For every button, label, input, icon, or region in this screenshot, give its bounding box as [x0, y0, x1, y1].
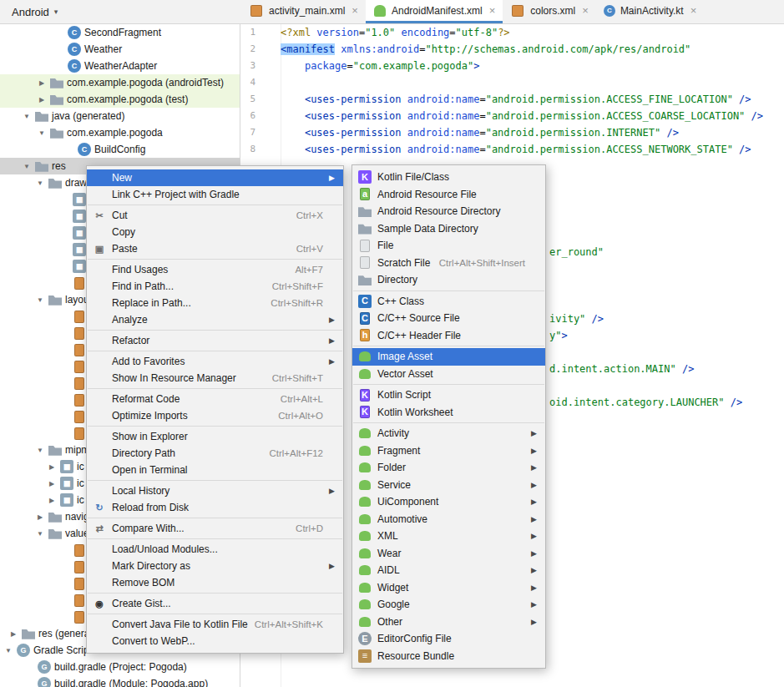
submenu-item[interactable]: Wear ▶: [352, 545, 545, 563]
expand-arrow-icon[interactable]: ▼: [3, 647, 13, 654]
menu-item[interactable]: Directory Path Ctrl+Alt+F12: [87, 445, 343, 462]
expand-arrow-icon[interactable]: ▼: [22, 163, 32, 170]
submenu-item[interactable]: Google ▶: [352, 596, 545, 614]
menu-item[interactable]: Refactor ▶: [87, 332, 343, 349]
close-icon[interactable]: ×: [582, 4, 589, 17]
submenu-item-image-asset[interactable]: Image Asset: [352, 348, 545, 366]
submenu-item[interactable]: C C++ Class: [352, 293, 545, 311]
expand-arrow-icon[interactable]: ▶: [47, 463, 57, 471]
tree-item[interactable]: ▼ java (generated): [0, 108, 240, 124]
tree-item[interactable]: C BuildConfig: [0, 141, 240, 158]
submenu-item[interactable]: Activity ▶: [352, 425, 545, 442]
menu-item-cut[interactable]: ✂ Cut Ctrl+X: [87, 207, 343, 224]
menu-item[interactable]: ⇄ Compare With... Ctrl+D: [87, 520, 343, 537]
menu-item[interactable]: Load/Unload Modules...: [87, 541, 343, 558]
menu-item[interactable]: Convert to WebP...: [87, 633, 343, 649]
submenu-item[interactable]: XML ▶: [352, 528, 545, 545]
tree-item-icon: [74, 578, 84, 590]
tree-item-icon: [74, 327, 84, 340]
submenu-item[interactable]: ≡ Resource Bundle: [352, 648, 545, 665]
menu-item-paste[interactable]: ▣ Paste Ctrl+V: [87, 240, 343, 257]
menu-item[interactable]: Analyze ▶: [87, 311, 343, 328]
tab-colors-xml[interactable]: colors.xml ×: [503, 0, 596, 23]
menu-item-label: Load/Unload Modules...: [112, 543, 218, 555]
tree-item[interactable]: ▶ com.example.pogoda (test): [0, 91, 240, 108]
expand-arrow-icon[interactable]: ▼: [37, 129, 47, 137]
menu-item[interactable]: Convert Java File to Kotlin File Ctrl+Al…: [87, 616, 343, 633]
code-fragment: y">: [549, 327, 568, 344]
submenu-item-label: Directory: [377, 274, 417, 285]
submenu-item[interactable]: Sample Data Directory: [352, 220, 545, 238]
tree-item[interactable]: C SecondFragment: [0, 24, 240, 41]
tree-item[interactable]: C Weather: [0, 41, 240, 58]
submenu-item[interactable]: C C/C++ Source File: [352, 310, 545, 327]
submenu-item[interactable]: Automotive ▶: [352, 511, 545, 528]
expand-arrow-icon[interactable]: ▶: [37, 79, 47, 87]
submenu-item[interactable]: Scratch File Ctrl+Alt+Shift+Insert: [352, 255, 545, 272]
tree-item[interactable]: ▶ com.example.pogoda (androidTest): [0, 74, 240, 91]
tree-item-icon: [48, 176, 62, 189]
menu-item-new[interactable]: New ▶: [87, 169, 343, 186]
submenu-item[interactable]: K Kotlin File/Class: [352, 169, 545, 186]
submenu-item[interactable]: Vector Asset: [352, 366, 545, 383]
menu-item[interactable]: Find Usages Alt+F7: [87, 261, 343, 278]
submenu-item[interactable]: a Android Resource File: [352, 186, 545, 204]
menu-item[interactable]: Show in Explorer: [87, 428, 343, 445]
tree-item-icon: [74, 277, 84, 290]
menu-item[interactable]: Remove BOM: [87, 574, 343, 591]
close-icon[interactable]: ×: [690, 4, 697, 17]
menu-item[interactable]: Add to Favorites ▶: [87, 353, 343, 370]
submenu-item[interactable]: Widget ▶: [352, 579, 545, 597]
submenu-item[interactable]: File: [352, 237, 545, 255]
menu-item[interactable]: Replace in Path... Ctrl+Shift+R: [87, 295, 343, 311]
submenu-item[interactable]: Service ▶: [352, 477, 545, 494]
tree-item[interactable]: G build.gradle (Module: Pogoda.app): [0, 675, 240, 687]
close-icon[interactable]: ×: [489, 4, 496, 17]
expand-arrow-icon[interactable]: ▶: [8, 630, 18, 638]
shortcut-label: Ctrl+X: [296, 210, 323, 220]
tree-item-icon: [74, 411, 84, 423]
expand-arrow-icon[interactable]: ▼: [35, 530, 45, 538]
menu-item[interactable]: Open in Terminal: [87, 462, 343, 478]
close-icon[interactable]: ×: [352, 4, 358, 17]
menu-item[interactable]: ↻ Reload from Disk: [87, 499, 343, 516]
menu-item[interactable]: Show In Resource Manager Ctrl+Shift+T: [87, 370, 343, 386]
submenu-item[interactable]: K Kotlin Worksheet: [352, 404, 545, 422]
expand-arrow-icon[interactable]: ▶: [35, 513, 45, 521]
expand-arrow-icon[interactable]: ▶: [37, 96, 47, 104]
tree-item[interactable]: ▼ com.example.pogoda: [0, 124, 240, 141]
tree-item[interactable]: G build.gradle (Project: Pogoda): [0, 659, 240, 675]
submenu-item[interactable]: Android Resource Directory: [352, 203, 545, 220]
submenu-item[interactable]: UiComponent ▶: [352, 493, 545, 511]
menu-item[interactable]: Find in Path... Ctrl+Shift+F: [87, 278, 343, 295]
expand-arrow-icon[interactable]: ▼: [35, 296, 45, 304]
tab-activity-main-xml[interactable]: activity_main.xml ×: [241, 0, 366, 23]
submenu-item[interactable]: Fragment ▶: [352, 442, 545, 460]
menu-item[interactable]: Local History ▶: [87, 482, 343, 499]
submenu-item[interactable]: Directory: [352, 271, 545, 289]
submenu-item[interactable]: Other ▶: [352, 614, 545, 631]
menu-item[interactable]: Optimize Imports Ctrl+Alt+O: [87, 407, 343, 424]
menu-item[interactable]: Mark Directory as ▶: [87, 558, 343, 574]
file-type-icon: [250, 5, 262, 17]
expand-arrow-icon[interactable]: ▼: [35, 179, 45, 187]
expand-arrow-icon[interactable]: ▼: [35, 447, 45, 454]
tab-main-activity-kt[interactable]: C MainActivity.kt ×: [596, 0, 704, 23]
expand-arrow-icon[interactable]: ▶: [47, 497, 57, 504]
project-view-selector[interactable]: Android ▾: [0, 0, 140, 23]
menu-item[interactable]: Reformat Code Ctrl+Alt+L: [87, 391, 343, 407]
expand-arrow-icon[interactable]: ▼: [22, 113, 32, 120]
tree-item[interactable]: C WeatherAdapter: [0, 58, 240, 74]
menu-item-copy[interactable]: Copy: [87, 224, 343, 240]
expand-arrow-icon[interactable]: ▶: [47, 480, 57, 487]
tree-item-icon: ▦: [73, 243, 86, 256]
submenu-item[interactable]: E EditorConfig File: [352, 630, 545, 648]
menu-item-label: Analyze: [112, 314, 148, 326]
menu-item[interactable]: Link C++ Project with Gradle: [87, 186, 343, 203]
submenu-item[interactable]: Folder ▶: [352, 459, 545, 477]
menu-item[interactable]: ◉ Create Gist...: [87, 595, 343, 612]
submenu-item[interactable]: AIDL ▶: [352, 562, 545, 579]
submenu-item[interactable]: h C/C++ Header File: [352, 327, 545, 345]
submenu-item[interactable]: K Kotlin Script: [352, 386, 545, 404]
tab-android-manifest-xml[interactable]: AndroidManifest.xml ×: [366, 0, 503, 23]
